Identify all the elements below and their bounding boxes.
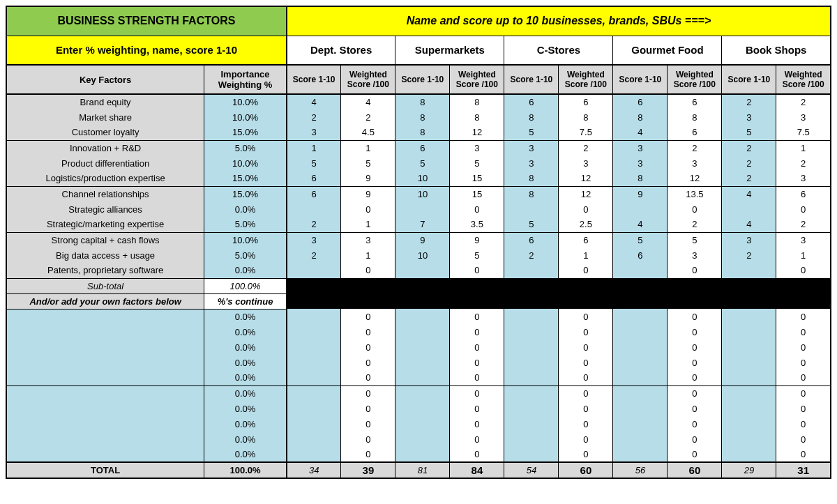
score-cell[interactable]: 1 bbox=[287, 140, 341, 155]
custom-score[interactable] bbox=[287, 309, 341, 324]
score-cell[interactable]: 5 bbox=[287, 155, 341, 171]
custom-score[interactable] bbox=[722, 370, 776, 385]
custom-score[interactable] bbox=[504, 355, 559, 370]
custom-score[interactable] bbox=[287, 324, 341, 339]
custom-weight[interactable]: 0.0% bbox=[204, 447, 287, 462]
factor-weight[interactable]: 5.0% bbox=[204, 217, 287, 232]
score-cell[interactable]: 4 bbox=[722, 186, 776, 201]
score-cell[interactable]: 8 bbox=[504, 186, 559, 201]
score-cell[interactable]: 3 bbox=[613, 140, 668, 155]
score-cell[interactable] bbox=[613, 263, 668, 278]
business-name[interactable]: C-Stores bbox=[504, 36, 613, 65]
factor-weight[interactable]: 10.0% bbox=[204, 232, 287, 247]
custom-score[interactable] bbox=[504, 401, 559, 416]
score-cell[interactable]: 10 bbox=[395, 247, 450, 263]
custom-score[interactable] bbox=[722, 416, 776, 432]
score-cell[interactable]: 8 bbox=[395, 94, 450, 109]
custom-score[interactable] bbox=[395, 370, 450, 385]
custom-weight[interactable]: 0.0% bbox=[204, 385, 287, 401]
score-cell[interactable]: 2 bbox=[722, 247, 776, 263]
score-cell[interactable]: 5 bbox=[504, 125, 559, 140]
custom-score[interactable] bbox=[722, 447, 776, 462]
custom-score[interactable] bbox=[504, 370, 559, 385]
custom-score[interactable] bbox=[395, 324, 450, 339]
score-cell[interactable]: 8 bbox=[504, 171, 559, 186]
score-cell[interactable]: 10 bbox=[395, 171, 450, 186]
custom-factor-name[interactable] bbox=[6, 432, 204, 447]
custom-weight[interactable]: 0.0% bbox=[204, 339, 287, 355]
custom-score[interactable] bbox=[395, 447, 450, 462]
score-cell[interactable]: 5 bbox=[504, 217, 559, 232]
score-cell[interactable]: 9 bbox=[613, 186, 668, 201]
custom-factor-name[interactable] bbox=[6, 355, 204, 370]
score-cell[interactable] bbox=[395, 201, 450, 217]
custom-score[interactable] bbox=[504, 416, 559, 432]
custom-score[interactable] bbox=[613, 324, 668, 339]
custom-score[interactable] bbox=[287, 355, 341, 370]
score-cell[interactable]: 6 bbox=[504, 232, 559, 247]
custom-weight[interactable]: 0.0% bbox=[204, 324, 287, 339]
custom-score[interactable] bbox=[722, 324, 776, 339]
custom-score[interactable] bbox=[395, 432, 450, 447]
score-cell[interactable]: 6 bbox=[504, 94, 559, 109]
custom-weight[interactable]: 0.0% bbox=[204, 432, 287, 447]
score-cell[interactable] bbox=[287, 263, 341, 278]
score-cell[interactable]: 9 bbox=[395, 232, 450, 247]
factor-weight[interactable]: 5.0% bbox=[204, 247, 287, 263]
business-name[interactable]: Gourmet Food bbox=[613, 36, 722, 65]
business-name[interactable]: Book Shops bbox=[722, 36, 831, 65]
custom-weight[interactable]: 0.0% bbox=[204, 355, 287, 370]
factor-weight[interactable]: 15.0% bbox=[204, 125, 287, 140]
score-cell[interactable]: 8 bbox=[613, 109, 668, 125]
score-cell[interactable]: 6 bbox=[287, 171, 341, 186]
custom-score[interactable] bbox=[613, 432, 668, 447]
custom-score[interactable] bbox=[395, 385, 450, 401]
custom-weight[interactable]: 0.0% bbox=[204, 401, 287, 416]
score-cell[interactable] bbox=[722, 201, 776, 217]
score-cell[interactable]: 2 bbox=[287, 109, 341, 125]
score-cell[interactable] bbox=[722, 263, 776, 278]
custom-score[interactable] bbox=[287, 432, 341, 447]
custom-score[interactable] bbox=[287, 401, 341, 416]
score-cell[interactable] bbox=[504, 201, 559, 217]
score-cell[interactable]: 8 bbox=[613, 171, 668, 186]
score-cell[interactable]: 3 bbox=[722, 109, 776, 125]
custom-factor-name[interactable] bbox=[6, 309, 204, 324]
score-cell[interactable]: 6 bbox=[613, 94, 668, 109]
custom-score[interactable] bbox=[287, 339, 341, 355]
factor-weight[interactable]: 10.0% bbox=[204, 155, 287, 171]
custom-score[interactable] bbox=[395, 355, 450, 370]
score-cell[interactable]: 2 bbox=[287, 217, 341, 232]
score-cell[interactable]: 2 bbox=[504, 247, 559, 263]
factor-weight[interactable]: 5.0% bbox=[204, 140, 287, 155]
custom-score[interactable] bbox=[722, 355, 776, 370]
custom-score[interactable] bbox=[613, 339, 668, 355]
custom-score[interactable] bbox=[287, 416, 341, 432]
score-cell[interactable]: 3 bbox=[504, 155, 559, 171]
score-cell[interactable]: 2 bbox=[722, 140, 776, 155]
factor-weight[interactable]: 15.0% bbox=[204, 171, 287, 186]
score-cell[interactable]: 5 bbox=[722, 125, 776, 140]
business-name[interactable]: Supermarkets bbox=[395, 36, 504, 65]
custom-score[interactable] bbox=[504, 324, 559, 339]
custom-score[interactable] bbox=[613, 447, 668, 462]
custom-score[interactable] bbox=[613, 401, 668, 416]
score-cell[interactable]: 2 bbox=[722, 155, 776, 171]
custom-score[interactable] bbox=[395, 401, 450, 416]
custom-score[interactable] bbox=[613, 385, 668, 401]
custom-score[interactable] bbox=[504, 385, 559, 401]
score-cell[interactable]: 3 bbox=[613, 155, 668, 171]
score-cell[interactable] bbox=[613, 201, 668, 217]
custom-factor-name[interactable] bbox=[6, 385, 204, 401]
score-cell[interactable]: 8 bbox=[395, 125, 450, 140]
custom-factor-name[interactable] bbox=[6, 401, 204, 416]
score-cell[interactable]: 4 bbox=[722, 217, 776, 232]
custom-score[interactable] bbox=[613, 309, 668, 324]
custom-score[interactable] bbox=[287, 385, 341, 401]
custom-factor-name[interactable] bbox=[6, 324, 204, 339]
score-cell[interactable]: 6 bbox=[395, 140, 450, 155]
score-cell[interactable]: 2 bbox=[722, 94, 776, 109]
factor-weight[interactable]: 10.0% bbox=[204, 94, 287, 109]
score-cell[interactable]: 6 bbox=[287, 186, 341, 201]
score-cell[interactable]: 3 bbox=[504, 140, 559, 155]
